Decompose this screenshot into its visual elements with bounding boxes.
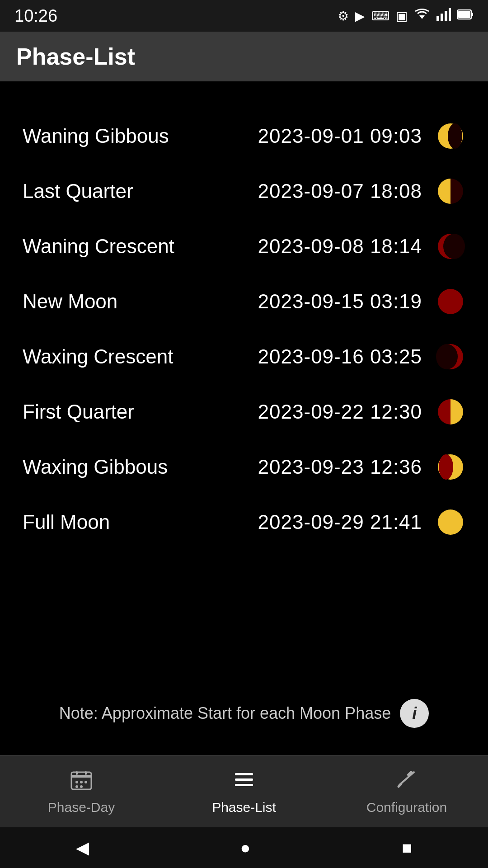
phase-name: Last Quarter: [23, 180, 258, 203]
svg-rect-1: [436, 16, 439, 21]
back-button[interactable]: ◀: [76, 838, 89, 858]
nav-item-configuration[interactable]: Configuration: [325, 768, 488, 815]
phase-list-item[interactable]: Waning Gibbous2023-09-01 09:03: [23, 108, 465, 164]
svg-point-31: [80, 781, 83, 783]
nav-label-configuration: Configuration: [366, 800, 447, 815]
play-icon: ▶: [355, 9, 365, 24]
svg-point-34: [80, 785, 83, 788]
svg-point-24: [439, 454, 453, 480]
svg-point-25: [438, 509, 463, 535]
phase-list-item[interactable]: Last Quarter2023-09-07 18:08: [23, 164, 465, 219]
phase-date: 2023-09-08 18:14: [258, 235, 422, 258]
phase-list-item[interactable]: First Quarter2023-09-22 12:30: [23, 384, 465, 439]
svg-rect-2: [441, 14, 443, 21]
phase-date: 2023-09-01 09:03: [258, 125, 422, 147]
svg-point-33: [75, 785, 78, 788]
gear-icon: ⚙: [338, 9, 349, 24]
phase-name: New Moon: [23, 290, 258, 313]
svg-rect-27: [71, 775, 91, 778]
phase-list-item[interactable]: Waxing Gibbous2023-09-23 12:36: [23, 439, 465, 495]
phase-list-item[interactable]: New Moon2023-09-15 03:19: [23, 274, 465, 329]
svg-rect-3: [445, 11, 447, 21]
svg-point-30: [75, 781, 78, 783]
svg-point-15: [443, 234, 465, 259]
phase-name: Waxing Gibbous: [23, 456, 258, 478]
phase-list: Waning Gibbous2023-09-01 09:03Last Quart…: [23, 108, 465, 681]
moon-last-quarter-icon: [436, 176, 465, 206]
nav-label-phase-list: Phase-List: [212, 800, 276, 815]
phase-name: First Quarter: [23, 401, 258, 423]
phase-list-item[interactable]: Full Moon2023-09-29 21:41: [23, 495, 465, 550]
svg-point-32: [84, 781, 87, 783]
moon-full-moon-icon: [436, 507, 465, 537]
svg-rect-28: [76, 771, 78, 775]
configuration-icon: [395, 768, 418, 796]
battery-icon: [457, 9, 474, 24]
moon-new-moon-icon: [436, 287, 465, 316]
svg-point-9: [448, 123, 462, 149]
phase-list-item[interactable]: Waxing Crescent2023-09-16 03:25: [23, 329, 465, 384]
app-bar: Phase-List: [0, 32, 488, 81]
moon-first-quarter-icon: [436, 397, 465, 427]
sim-icon: ▣: [396, 9, 408, 24]
phase-name: Full Moon: [23, 511, 258, 533]
phase-list-icon: [232, 768, 256, 796]
status-time: 10:26: [14, 6, 57, 26]
phase-day-icon: [70, 768, 93, 796]
phase-list-item[interactable]: Waning Crescent2023-09-08 18:14: [23, 219, 465, 274]
moon-waning-crescent-icon: [436, 231, 465, 261]
svg-point-16: [438, 289, 463, 314]
svg-rect-29: [85, 771, 87, 775]
svg-point-18: [436, 344, 458, 369]
phase-date: 2023-09-29 21:41: [258, 511, 422, 533]
keyboard-icon: ⌨: [371, 9, 389, 24]
nav-item-phase-day[interactable]: Phase-Day: [0, 768, 163, 815]
signal-icon: [436, 8, 451, 24]
info-icon[interactable]: i: [400, 699, 429, 728]
page-title: Phase-List: [16, 43, 135, 70]
bottom-nav: Phase-Day Phase-List Configuration: [0, 755, 488, 827]
note-area: Note: Approximate Start for each Moon Ph…: [23, 681, 465, 737]
phase-name: Waning Gibbous: [23, 125, 258, 147]
main-content: Waning Gibbous2023-09-01 09:03Last Quart…: [0, 81, 488, 755]
svg-rect-36: [235, 778, 253, 781]
svg-rect-7: [458, 11, 470, 18]
recents-button[interactable]: ■: [402, 838, 413, 858]
system-nav: ◀ ● ■: [0, 827, 488, 868]
phase-date: 2023-09-22 12:30: [258, 401, 422, 423]
nav-item-phase-list[interactable]: Phase-List: [163, 768, 325, 815]
phase-date: 2023-09-15 03:19: [258, 290, 422, 313]
moon-waxing-crescent-icon: [436, 342, 465, 372]
nav-label-phase-day: Phase-Day: [48, 800, 115, 815]
wifi-icon: [414, 8, 430, 24]
note-text: Note: Approximate Start for each Moon Ph…: [59, 704, 391, 723]
svg-rect-37: [235, 784, 253, 786]
svg-rect-35: [235, 773, 253, 775]
moon-waning-gibbous-icon: [436, 121, 465, 151]
svg-marker-0: [419, 15, 425, 19]
home-button[interactable]: ●: [240, 838, 251, 858]
phase-name: Waxing Crescent: [23, 345, 258, 368]
phase-date: 2023-09-23 12:36: [258, 456, 422, 478]
phase-date: 2023-09-16 03:25: [258, 345, 422, 368]
status-bar: 10:26 ⚙ ▶ ⌨ ▣: [0, 0, 488, 32]
moon-waxing-gibbous-icon: [436, 452, 465, 482]
status-icons: ⚙ ▶ ⌨ ▣: [338, 8, 474, 24]
phase-name: Waning Crescent: [23, 235, 258, 258]
phase-date: 2023-09-07 18:08: [258, 180, 422, 203]
svg-rect-6: [471, 13, 473, 16]
svg-rect-4: [449, 8, 451, 21]
